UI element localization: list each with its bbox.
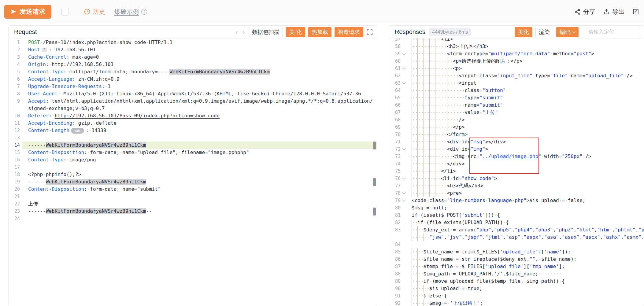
editor-line[interactable]: 20Content-Disposition:·form-data;·name="… <box>9 186 377 193</box>
overview-ruler-mark[interactable] <box>373 208 376 216</box>
editor-line[interactable]: 82··if·(file_exists(UPLOAD_PATH))·{ <box>389 219 644 226</box>
editor-line[interactable]: 78············<pre> <box>389 190 644 197</box>
toolbar-checkbox[interactable] <box>61 8 69 16</box>
render-button[interactable]: 渲染 <box>535 27 553 37</box>
editor-line[interactable]: 3Cache-Control:·max-age=0 <box>9 53 377 61</box>
editor-line[interactable]: 81if·(isset($_POST['submit']))·{ <box>389 212 644 219</box>
chevron-left-icon: ‹ <box>235 28 238 37</box>
editor-line[interactable]: 62················<input·class="input_fi… <box>389 72 644 79</box>
export-button[interactable]: 导出 <box>603 8 624 16</box>
editor-line[interactable]: 66··················name="submit" <box>389 101 644 109</box>
editor-line[interactable]: 71············<div·id="msg"></div> <box>389 138 644 146</box>
editor-line[interactable]: 92······$msg·=·'上传出错！'; <box>389 300 644 306</box>
editor-line[interactable]: 21 <box>9 193 377 200</box>
top-toolbar: 发送请求 历史 爆破示例 ? 分享 导出 <box>0 0 644 23</box>
edit-icon <box>632 8 639 15</box>
editor-line[interactable]: 77············<h3>代码</h3> <box>389 182 644 190</box>
editor-line[interactable]: 12Content-Lengthauto:·14339 <box>9 127 377 134</box>
help-icon: ? <box>141 9 147 15</box>
fullscreen-icon[interactable] <box>366 29 373 35</box>
editor-line[interactable]: 9Accept:·text/html,application/xhtml+xml… <box>9 98 377 105</box>
response-editor[interactable]: 57··········<li>58············<h3>上传区</h… <box>389 39 644 306</box>
fold-chevron-icon[interactable] <box>402 147 405 150</box>
editor-line[interactable]: 17 <box>9 164 377 171</box>
blast-example-link[interactable]: 爆破示例 ? <box>114 8 147 16</box>
response-beautify-button[interactable]: 美化 <box>515 27 532 37</box>
editor-line[interactable]: 19------WebKitFormBoundaryaNVSr4wzB9nL1C… <box>9 178 377 186</box>
editor-line[interactable]: 16Content-Type:·image/png <box>9 156 377 164</box>
editor-line[interactable]: 5Content-Type:·multipart/form-data;·boun… <box>9 68 377 76</box>
editor-line[interactable]: 87····$temp_file·=·$_FILES['upload_file'… <box>389 263 644 270</box>
editor-line[interactable]: 8User-Agent:·Mozilla/5.0·(X11;·Linux·x86… <box>9 90 377 98</box>
edit-note-button[interactable] <box>632 8 639 15</box>
editor-line[interactable]: 2Host?:·192.168.56.101 <box>9 46 377 53</box>
editor-line[interactable]: 6Accept-Language:·zh-CN,zh;q=0.9 <box>9 76 377 83</box>
editor-line[interactable]: 60··············<p>请选择要上传的图片：</p> <box>389 57 644 65</box>
editor-line[interactable]: 23------WebKitFormBoundaryaNVSr4wzB9nL1C… <box>9 208 377 215</box>
fold-chevron-icon[interactable] <box>402 66 405 69</box>
editor-line[interactable]: 86····$file_name·=·str_ireplace($deny_ex… <box>389 256 644 263</box>
editor-line[interactable]: 13 <box>9 134 377 142</box>
editor-line[interactable]: 14------WebKitFormBoundaryaNVSr4wzB9nL1C… <box>9 142 377 149</box>
editor-line[interactable]: 4Origin:·http://192.168.56.101 <box>9 61 377 68</box>
fold-chevron-icon[interactable] <box>402 176 405 179</box>
clock-icon <box>84 8 91 15</box>
locate-input[interactable] <box>585 27 640 37</box>
editor-line[interactable]: 22上传 <box>9 200 377 208</box>
share-button[interactable]: 分享 <box>574 8 595 16</box>
editor-line[interactable]: 83····$deny_ext·=·array("php","php5","ph… <box>389 226 644 234</box>
overview-ruler-mark[interactable] <box>373 178 376 186</box>
beautify-button[interactable]: 美 化 <box>286 27 305 37</box>
editor-line[interactable]: 76··········<li·id="show_code"> <box>389 175 644 182</box>
editor-line[interactable]: ······"jsw","jsv","jspf","jtml","asp","a… <box>389 234 644 241</box>
editor-line[interactable]: 1POST·/Pass-10/index.php?action=show_cod… <box>9 39 377 46</box>
fold-chevron-icon[interactable] <box>402 198 405 201</box>
editor-line[interactable]: 84 <box>389 241 644 248</box>
overview-ruler-mark[interactable] <box>373 142 376 149</box>
packet-scan-button[interactable]: 数据包扫描 <box>249 27 283 37</box>
editor-line[interactable]: 91····}·else·{ <box>389 292 644 300</box>
send-request-button[interactable]: 发送请求 <box>4 5 51 19</box>
editor-line[interactable]: 65··················type="submit" <box>389 94 644 101</box>
next-request-button[interactable]: › <box>242 28 246 36</box>
editor-line[interactable]: 64··················class="button" <box>389 87 644 94</box>
editor-line[interactable]: 10Referer:·http://192.168.56.101/Pass-09… <box>9 112 377 120</box>
editor-line[interactable]: 61··············<p> <box>389 65 644 72</box>
editor-line[interactable]: 70············</form> <box>389 131 644 138</box>
history-button[interactable]: 历史 <box>84 8 105 16</box>
editor-line[interactable]: 24 <box>9 215 377 222</box>
editor-line[interactable]: 79<code·class="line-numbers·language-php… <box>389 197 644 204</box>
editor-line[interactable]: 73··············<img·src="../upload/imag… <box>389 153 644 160</box>
editor-line[interactable]: 88····$img_path·=·UPLOAD_PATH.'/'.$file_… <box>389 270 644 278</box>
editor-line[interactable]: 58············<h3>上传区</h3> <box>389 43 644 50</box>
editor-line[interactable]: 85····$file_name·=·trim($_FILES['upload_… <box>389 248 644 256</box>
encode-button[interactable]: 编码 <box>556 27 579 37</box>
editor-line[interactable]: 89····if·(move_uploaded_file($temp_file,… <box>389 278 644 285</box>
fold-chevron-icon[interactable] <box>402 51 405 55</box>
editor-line[interactable]: 74············</div> <box>389 160 644 168</box>
request-title: Request <box>14 28 37 35</box>
editor-line[interactable]: 7Upgrade-Insecure-Requests:·1 <box>9 83 377 90</box>
editor-line[interactable]: 15Content-Disposition:·form-data;·name="… <box>9 149 377 156</box>
hot-reload-button[interactable]: 热加载 <box>308 27 331 37</box>
editor-line[interactable]: 72············<div·id="img"> <box>389 146 644 153</box>
construct-request-button[interactable]: 构造请求 <box>335 27 363 37</box>
editor-line[interactable]: 57··········<li> <box>389 39 644 43</box>
editor-line[interactable]: 63················<input <box>389 79 644 87</box>
editor-line[interactable]: 18<?php·phpinfo();?> <box>9 171 377 178</box>
editor-line[interactable]: 67··················value="上传" <box>389 109 644 116</box>
fold-chevron-icon[interactable] <box>402 191 405 194</box>
editor-line[interactable]: 75··········</li> <box>389 168 644 175</box>
editor-line[interactable]: 80$msg·=·null; <box>389 204 644 212</box>
chevron-right-icon: › <box>242 28 245 37</box>
editor-line[interactable]: 59············<form·enctype="multipart/f… <box>389 50 644 57</box>
editor-line[interactable]: 90······$is_upload·=·true; <box>389 285 644 292</box>
editor-line[interactable]: 68················/> <box>389 116 644 124</box>
auto-badge: auto <box>71 128 84 134</box>
editor-line[interactable]: 69··············</p> <box>389 124 644 131</box>
fold-chevron-icon[interactable] <box>402 81 405 84</box>
prev-request-button[interactable]: ‹ <box>235 28 239 36</box>
request-editor[interactable]: 1POST·/Pass-10/index.php?action=show_cod… <box>9 39 377 306</box>
editor-line[interactable]: 11Accept-Encoding:·gzip,·deflate <box>9 120 377 127</box>
editor-line[interactable]: signed-exchange;v=b3;q=0.7 <box>9 105 377 112</box>
